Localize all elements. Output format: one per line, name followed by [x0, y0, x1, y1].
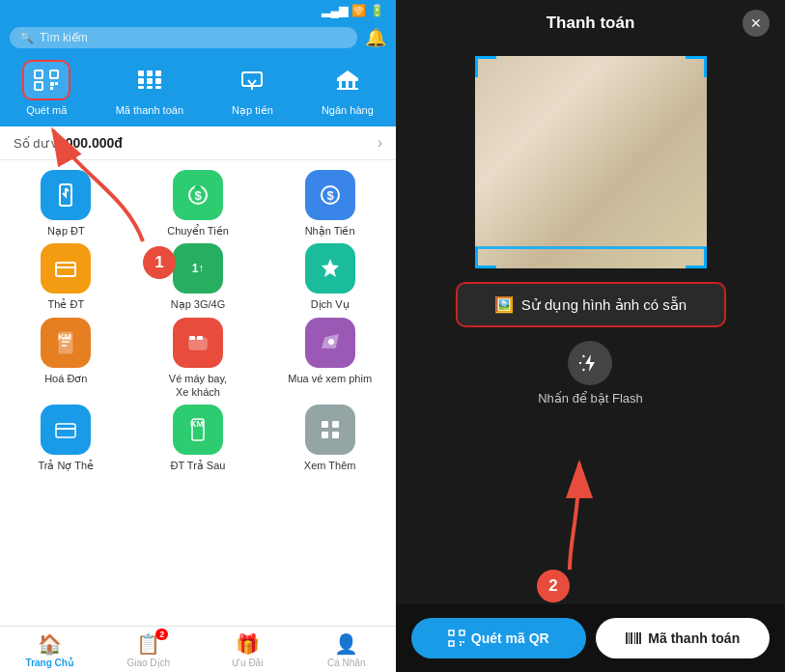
search-placeholder: Tìm kiếm — [40, 31, 88, 44]
svg-rect-56 — [449, 641, 454, 646]
svg-rect-64 — [636, 632, 638, 644]
quick-action-scan[interactable]: Quét mã — [22, 60, 70, 117]
transactions-badge-wrap: 📋 2 — [136, 632, 160, 656]
right-panel: Thanh toán ✕ 🖼️ Sử dụng hình ảnh có sẵn — [396, 0, 785, 672]
grid-item-chuyen-tien[interactable]: $ Chuyển Tiền — [154, 170, 241, 238]
nap-3g-icon: 1↑ — [173, 243, 223, 294]
topup-label: Nạp tiền — [232, 104, 273, 117]
transactions-badge: 2 — [155, 629, 168, 640]
chuyen-tien-icon: $ — [173, 170, 223, 220]
svg-rect-5 — [50, 87, 53, 90]
svg-rect-12 — [138, 86, 144, 89]
svg-line-51 — [583, 355, 584, 357]
scan-label: Quét mã — [26, 104, 67, 116]
bottom-buttons: Quét mã QR Mã thanh toán — [396, 604, 785, 672]
quick-action-bank[interactable]: Ngân hàng — [322, 60, 374, 117]
use-image-button[interactable]: 🖼️ Sử dụng hình ảnh có sẵn — [456, 282, 726, 327]
corner-bottom-right — [686, 247, 707, 268]
search-input-wrap[interactable]: 🔍 Tìm kiếm — [10, 27, 357, 48]
grid-row-1: Nạp ĐT $ Chuyển Tiền $ — [0, 170, 396, 238]
use-image-label: Sử dụng hình ảnh có sẵn — [521, 296, 687, 314]
payment-code-button[interactable]: Mã thanh toán — [596, 618, 771, 658]
qr-viewfinder — [475, 56, 707, 268]
svg-rect-17 — [337, 78, 358, 81]
svg-point-41 — [328, 339, 334, 345]
qr-scan-button[interactable]: Quét mã QR — [411, 618, 586, 658]
dich-vu-icon — [305, 243, 355, 294]
grid-item-mua-ve[interactable]: Mua vé xem phim — [287, 318, 374, 400]
grid-item-xem-them[interactable]: Xem Thêm — [287, 405, 374, 472]
svg-rect-8 — [155, 70, 161, 76]
svg-rect-2 — [35, 82, 42, 90]
image-icon: 🖼️ — [494, 295, 514, 314]
profile-icon: 👤 — [334, 632, 358, 656]
nav-item-transactions[interactable]: 📋 2 Giao Dịch — [99, 632, 199, 668]
quick-action-topup[interactable]: Nạp tiền — [228, 60, 276, 117]
payment-header: Thanh toán ✕ — [396, 0, 785, 46]
svg-rect-55 — [460, 630, 464, 635]
svg-text:$: $ — [194, 188, 202, 203]
grid-item-nap-3g[interactable]: 1↑ Nạp 3G/4G — [154, 243, 241, 311]
xem-them-icon — [305, 405, 355, 455]
home-icon: 🏠 — [38, 632, 62, 656]
dich-vu-label: Dịch Vụ — [311, 297, 350, 311]
search-bar: 🔍 Tìm kiếm 🔔 — [0, 21, 396, 56]
bank-icon — [323, 60, 372, 100]
nap-dt-label: Nạp ĐT — [47, 224, 85, 238]
grid-item-tra-no-the[interactable]: Trả Nợ Thẻ — [22, 405, 109, 472]
corner-top-left — [475, 56, 496, 77]
svg-rect-21 — [337, 88, 358, 90]
dt-tra-sau-label: ĐT Trả Sau — [171, 459, 226, 472]
scanner-area: 🖼️ Sử dụng hình ảnh có sẵn Nhấn để bật F… — [396, 46, 785, 604]
flash-button[interactable] — [568, 341, 612, 385]
the-dt-icon — [41, 243, 91, 294]
svg-rect-29 — [56, 263, 75, 276]
grid-item-dich-vu[interactable]: Dịch Vụ — [287, 243, 374, 311]
offers-label: Ưu Đãi — [232, 658, 263, 668]
svg-text:1↑: 1↑ — [192, 262, 205, 275]
nhan-tien-icon: $ — [305, 170, 355, 220]
quick-action-payment-code[interactable]: Mã thanh toán — [116, 60, 183, 117]
nav-item-offers[interactable]: 🎁 Ưu Đãi — [198, 632, 297, 668]
nav-item-profile[interactable]: 👤 Cá Nhân — [297, 632, 397, 668]
svg-rect-4 — [55, 82, 58, 85]
corner-top-right — [686, 56, 707, 77]
grid-item-the-dt[interactable]: Thẻ ĐT — [22, 243, 109, 311]
grid-item-ve-may-bay[interactable]: Vé máy bay,Xe khách — [154, 318, 241, 400]
svg-rect-58 — [463, 641, 464, 643]
svg-rect-39 — [189, 336, 195, 340]
wifi-icon: 🛜 — [351, 4, 366, 17]
bank-label: Ngân hàng — [322, 104, 374, 116]
svg-marker-32 — [322, 259, 339, 277]
nap-3g-label: Nạp 3G/4G — [171, 297, 226, 311]
svg-rect-46 — [322, 421, 328, 428]
quick-actions: Quét mã Mã thanh toán — [0, 56, 396, 126]
close-button[interactable]: ✕ — [743, 10, 770, 37]
balance-bar[interactable]: Số dư ví 000.000đ › — [0, 126, 396, 160]
svg-rect-13 — [147, 86, 153, 89]
svg-rect-19 — [346, 81, 349, 88]
status-icons: ▂▄▆ 🛜 🔋 — [322, 4, 384, 17]
the-dt-label: Thẻ ĐT — [48, 297, 85, 311]
flash-label: Nhấn để bật Flash — [538, 391, 643, 406]
grid-row-3: KM Hoá Đơn Vé máy bay,Xe khách — [0, 318, 396, 400]
bell-icon[interactable]: 🔔 — [365, 27, 386, 48]
grid-section: Nạp ĐT $ Chuyển Tiền $ — [0, 160, 396, 626]
nap-dt-icon — [41, 170, 91, 220]
dt-tra-sau-icon: KM — [173, 405, 223, 455]
qr-scan-label: Quét mã QR — [471, 630, 549, 646]
grid-item-hoa-don[interactable]: KM Hoá Đơn — [22, 318, 109, 400]
svg-rect-40 — [197, 336, 203, 340]
grid-item-nhan-tien[interactable]: $ Nhận Tiền — [287, 170, 374, 238]
grid-item-nap-dt[interactable]: Nạp ĐT — [22, 170, 109, 238]
search-icon: 🔍 — [19, 31, 34, 44]
profile-label: Cá Nhân — [327, 658, 365, 668]
nav-item-home[interactable]: 🏠 Trang Chủ — [0, 632, 99, 668]
svg-rect-49 — [332, 432, 339, 438]
grid-item-dt-tra-sau[interactable]: KM ĐT Trả Sau — [154, 405, 241, 472]
grid-row-4: Trả Nợ Thẻ KM ĐT Trả Sau — [0, 405, 396, 472]
svg-rect-65 — [639, 632, 641, 644]
topup-icon — [228, 60, 276, 100]
svg-rect-60 — [626, 632, 628, 644]
svg-rect-48 — [322, 432, 328, 438]
